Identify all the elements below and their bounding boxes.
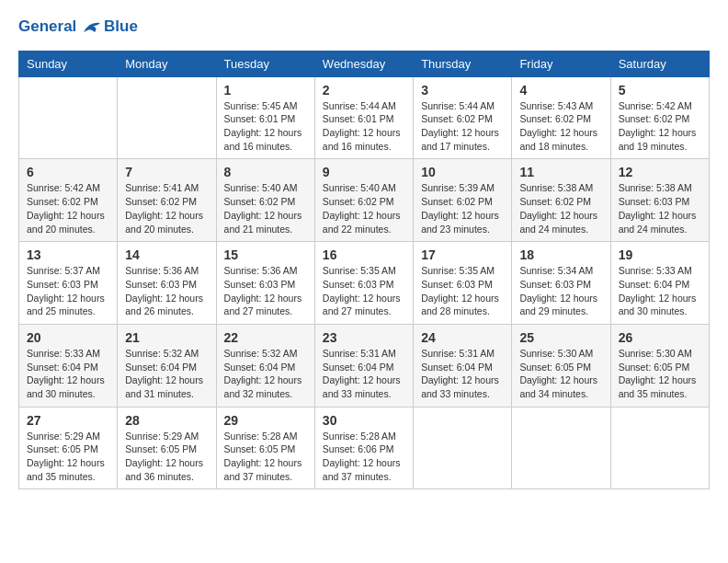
day-number: 10 — [421, 165, 504, 179]
weekday-header-saturday: Saturday — [610, 51, 709, 76]
day-info: Sunrise: 5:29 AM Sunset: 6:05 PM Dayligh… — [125, 430, 208, 484]
day-number: 8 — [224, 165, 307, 179]
empty-cell — [512, 407, 610, 489]
logo-bird-icon — [82, 19, 102, 36]
day-info: Sunrise: 5:32 AM Sunset: 6:04 PM Dayligh… — [125, 347, 208, 401]
day-info: Sunrise: 5:38 AM Sunset: 6:03 PM Dayligh… — [619, 181, 701, 236]
logo: General Blue — [18, 18, 138, 36]
calendar-week-row: 20Sunrise: 5:33 AM Sunset: 6:04 PM Dayli… — [19, 324, 710, 407]
day-info: Sunrise: 5:40 AM Sunset: 6:02 PM Dayligh… — [323, 181, 405, 236]
day-number: 11 — [519, 165, 602, 179]
day-info: Sunrise: 5:39 AM Sunset: 6:02 PM Dayligh… — [421, 181, 504, 236]
day-info: Sunrise: 5:40 AM Sunset: 6:02 PM Dayligh… — [224, 181, 307, 236]
empty-cell — [610, 407, 709, 489]
calendar-day-cell: 23Sunrise: 5:31 AM Sunset: 6:04 PM Dayli… — [314, 324, 413, 407]
day-info: Sunrise: 5:30 AM Sunset: 6:05 PM Dayligh… — [619, 347, 701, 401]
day-number: 2 — [323, 83, 405, 98]
day-info: Sunrise: 5:36 AM Sunset: 6:03 PM Dayligh… — [125, 264, 208, 318]
calendar-day-cell: 7Sunrise: 5:41 AM Sunset: 6:02 PM Daylig… — [118, 159, 216, 242]
calendar-day-cell: 18Sunrise: 5:34 AM Sunset: 6:03 PM Dayli… — [512, 242, 610, 325]
day-number: 14 — [125, 247, 208, 262]
day-number: 12 — [619, 165, 701, 179]
day-info: Sunrise: 5:32 AM Sunset: 6:04 PM Dayligh… — [224, 347, 307, 401]
day-info: Sunrise: 5:36 AM Sunset: 6:03 PM Dayligh… — [224, 264, 307, 318]
day-number: 3 — [421, 83, 504, 98]
day-info: Sunrise: 5:35 AM Sunset: 6:03 PM Dayligh… — [323, 264, 405, 318]
day-info: Sunrise: 5:35 AM Sunset: 6:03 PM Dayligh… — [421, 264, 504, 318]
day-info: Sunrise: 5:38 AM Sunset: 6:02 PM Dayligh… — [519, 181, 602, 236]
day-info: Sunrise: 5:45 AM Sunset: 6:01 PM Dayligh… — [224, 99, 307, 154]
day-number: 21 — [125, 330, 208, 345]
calendar-day-cell: 8Sunrise: 5:40 AM Sunset: 6:02 PM Daylig… — [216, 159, 314, 242]
calendar-day-cell: 11Sunrise: 5:38 AM Sunset: 6:02 PM Dayli… — [512, 159, 610, 242]
calendar-day-cell: 21Sunrise: 5:32 AM Sunset: 6:04 PM Dayli… — [118, 324, 216, 407]
logo-text-line2: Blue — [104, 17, 138, 35]
day-number: 4 — [519, 83, 602, 98]
day-info: Sunrise: 5:28 AM Sunset: 6:06 PM Dayligh… — [323, 430, 405, 484]
day-info: Sunrise: 5:44 AM Sunset: 6:01 PM Dayligh… — [323, 99, 405, 154]
day-info: Sunrise: 5:31 AM Sunset: 6:04 PM Dayligh… — [323, 347, 405, 401]
day-number: 24 — [421, 330, 504, 345]
weekday-header-sunday: Sunday — [19, 51, 118, 76]
logo-text-line1: General — [18, 17, 76, 35]
header: General Blue — [18, 18, 710, 36]
calendar-table: SundayMondayTuesdayWednesdayThursdayFrid… — [18, 51, 710, 490]
day-number: 9 — [323, 165, 405, 179]
calendar-day-cell: 22Sunrise: 5:32 AM Sunset: 6:04 PM Dayli… — [216, 324, 314, 407]
day-info: Sunrise: 5:30 AM Sunset: 6:05 PM Dayligh… — [519, 347, 602, 401]
day-number: 26 — [619, 330, 701, 345]
day-info: Sunrise: 5:33 AM Sunset: 6:04 PM Dayligh… — [619, 264, 701, 318]
day-info: Sunrise: 5:31 AM Sunset: 6:04 PM Dayligh… — [421, 347, 504, 401]
day-number: 18 — [519, 247, 602, 262]
day-info: Sunrise: 5:42 AM Sunset: 6:02 PM Dayligh… — [619, 99, 701, 154]
day-info: Sunrise: 5:42 AM Sunset: 6:02 PM Dayligh… — [27, 181, 109, 236]
day-number: 5 — [619, 83, 701, 98]
calendar-day-cell: 19Sunrise: 5:33 AM Sunset: 6:04 PM Dayli… — [610, 242, 709, 325]
calendar-week-row: 1Sunrise: 5:45 AM Sunset: 6:01 PM Daylig… — [19, 76, 710, 159]
day-number: 17 — [421, 247, 504, 262]
calendar-day-cell: 5Sunrise: 5:42 AM Sunset: 6:02 PM Daylig… — [610, 76, 709, 159]
day-number: 20 — [27, 330, 109, 345]
weekday-header-wednesday: Wednesday — [314, 51, 413, 76]
calendar-day-cell: 20Sunrise: 5:33 AM Sunset: 6:04 PM Dayli… — [19, 324, 118, 407]
calendar-day-cell: 1Sunrise: 5:45 AM Sunset: 6:01 PM Daylig… — [216, 76, 314, 159]
calendar-day-cell: 4Sunrise: 5:43 AM Sunset: 6:02 PM Daylig… — [512, 76, 610, 159]
calendar-day-cell: 15Sunrise: 5:36 AM Sunset: 6:03 PM Dayli… — [216, 242, 314, 325]
calendar-day-cell: 2Sunrise: 5:44 AM Sunset: 6:01 PM Daylig… — [314, 76, 413, 159]
day-number: 27 — [27, 413, 109, 428]
empty-cell — [414, 407, 512, 489]
day-info: Sunrise: 5:44 AM Sunset: 6:02 PM Dayligh… — [421, 99, 504, 154]
calendar-week-row: 27Sunrise: 5:29 AM Sunset: 6:05 PM Dayli… — [19, 407, 710, 489]
calendar-day-cell: 14Sunrise: 5:36 AM Sunset: 6:03 PM Dayli… — [118, 242, 216, 325]
day-info: Sunrise: 5:41 AM Sunset: 6:02 PM Dayligh… — [125, 181, 208, 236]
weekday-header-friday: Friday — [512, 51, 610, 76]
day-info: Sunrise: 5:28 AM Sunset: 6:05 PM Dayligh… — [224, 430, 307, 484]
weekday-header-tuesday: Tuesday — [216, 51, 314, 76]
calendar-day-cell: 16Sunrise: 5:35 AM Sunset: 6:03 PM Dayli… — [314, 242, 413, 325]
calendar-day-cell: 24Sunrise: 5:31 AM Sunset: 6:04 PM Dayli… — [414, 324, 512, 407]
calendar-day-cell: 30Sunrise: 5:28 AM Sunset: 6:06 PM Dayli… — [314, 407, 413, 489]
calendar-day-cell: 29Sunrise: 5:28 AM Sunset: 6:05 PM Dayli… — [216, 407, 314, 489]
day-number: 25 — [519, 330, 602, 345]
calendar-day-cell: 10Sunrise: 5:39 AM Sunset: 6:02 PM Dayli… — [414, 159, 512, 242]
weekday-header-thursday: Thursday — [414, 51, 512, 76]
calendar-day-cell: 3Sunrise: 5:44 AM Sunset: 6:02 PM Daylig… — [414, 76, 512, 159]
calendar-week-row: 6Sunrise: 5:42 AM Sunset: 6:02 PM Daylig… — [19, 159, 710, 242]
empty-cell — [19, 76, 118, 159]
day-info: Sunrise: 5:34 AM Sunset: 6:03 PM Dayligh… — [519, 264, 602, 318]
day-number: 28 — [125, 413, 208, 428]
weekday-header-row: SundayMondayTuesdayWednesdayThursdayFrid… — [19, 51, 710, 76]
day-number: 6 — [27, 165, 109, 179]
weekday-header-monday: Monday — [118, 51, 216, 76]
day-number: 13 — [27, 247, 109, 262]
day-number: 7 — [125, 165, 208, 179]
day-number: 1 — [224, 83, 307, 98]
calendar-day-cell: 25Sunrise: 5:30 AM Sunset: 6:05 PM Dayli… — [512, 324, 610, 407]
day-number: 29 — [224, 413, 307, 428]
day-info: Sunrise: 5:33 AM Sunset: 6:04 PM Dayligh… — [27, 347, 109, 401]
day-number: 15 — [224, 247, 307, 262]
day-number: 19 — [619, 247, 701, 262]
calendar-day-cell: 6Sunrise: 5:42 AM Sunset: 6:02 PM Daylig… — [19, 159, 118, 242]
calendar-day-cell: 26Sunrise: 5:30 AM Sunset: 6:05 PM Dayli… — [610, 324, 709, 407]
day-number: 22 — [224, 330, 307, 345]
